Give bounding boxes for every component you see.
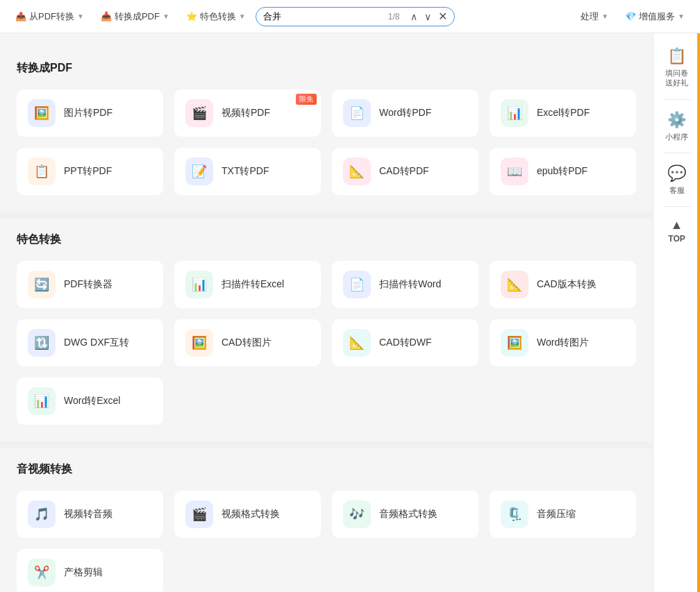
search-input[interactable] xyxy=(263,11,380,22)
sidebar-item-questionnaire[interactable]: 📋 填问卷送好礼 xyxy=(656,42,698,94)
items-grid-convert: 🖼️ 图片转PDF 🎬 视频转PDF 限免 📄 Word转PDF 📊 Excel… xyxy=(17,90,636,195)
item-word-excel[interactable]: 📊 Word转Excel xyxy=(17,378,163,425)
item-label: 扫描件转Excel xyxy=(222,278,284,291)
miniapp-label: 小程序 xyxy=(665,132,688,142)
item-icon: ✂️ xyxy=(28,559,56,586)
chevron-icon2: ▼ xyxy=(162,12,169,20)
process-btn[interactable]: 处理 ▼ xyxy=(574,6,615,27)
item-label: CAD转DWF xyxy=(379,337,431,349)
item-label: Word转图片 xyxy=(537,337,589,349)
item-word-to-pdf[interactable]: 📄 Word转PDF xyxy=(332,90,478,137)
service-label: 客服 xyxy=(669,185,685,195)
item-cad-image[interactable]: 🖼️ CAD转图片 xyxy=(174,319,321,366)
section-title-av: 音视频转换 xyxy=(17,462,636,477)
items-grid-special: 🔄 PDF转换器 📊 扫描件转Excel 📄 扫描件转Word 📐 CAD版本转… xyxy=(17,261,636,425)
item-icon: 🖼️ xyxy=(501,329,528,357)
chevron-icon4: ▼ xyxy=(601,12,608,20)
item-scan-excel[interactable]: 📊 扫描件转Excel xyxy=(174,261,321,308)
item-icon: 🔃 xyxy=(28,329,56,357)
sidebar-divider-1 xyxy=(663,99,691,100)
item-word-image[interactable]: 🖼️ Word转图片 xyxy=(490,319,636,366)
item-icon: 📝 xyxy=(185,158,213,185)
item-icon: 📖 xyxy=(501,158,528,185)
right-sidebar: 📋 填问卷送好礼 ⚙️ 小程序 💬 客服 ▲ TOP xyxy=(653,33,700,592)
item-label: 扫描件转Word xyxy=(379,278,441,291)
search-bar: 1/8 ∧ ∨ ✕ xyxy=(256,7,456,26)
questionnaire-label: 填问卷送好礼 xyxy=(665,68,688,88)
item-icon: 📄 xyxy=(343,99,371,127)
item-label: CAD版本转换 xyxy=(537,278,597,291)
yellow-accent xyxy=(697,33,700,592)
item-icon: 📊 xyxy=(501,99,528,127)
item-cad-dwf[interactable]: 📐 CAD转DWF xyxy=(332,319,478,366)
item-label: PDF转换器 xyxy=(64,278,112,291)
item-label: Word转PDF xyxy=(379,107,431,119)
top-button[interactable]: ▲ TOP xyxy=(656,212,698,249)
item-icon: 📄 xyxy=(343,271,371,298)
item-label: 视频转音频 xyxy=(64,508,112,521)
item-video-audio[interactable]: 🎵 视频转音频 xyxy=(17,491,163,538)
scroll-area[interactable]: 转换成PDF 🖼️ 图片转PDF 🎬 视频转PDF 限免 📄 Word转PDF xyxy=(0,33,653,592)
section-special: 特色转换 🔄 PDF转换器 📊 扫描件转Excel 📄 扫描件转Word 📐 C… xyxy=(17,232,636,425)
special-btn[interactable]: ⭐ 特色转换 ▼ xyxy=(179,6,253,27)
special-label: 特色转换 xyxy=(200,10,236,23)
item-label: DWG DXF互转 xyxy=(64,337,129,349)
miniapp-icon: ⚙️ xyxy=(667,111,686,129)
item-icon: 📋 xyxy=(28,158,56,185)
item-video-to-pdf[interactable]: 🎬 视频转PDF 限免 xyxy=(174,90,321,137)
sidebar-item-miniapp[interactable]: ⚙️ 小程序 xyxy=(656,105,698,147)
item-clip[interactable]: ✂️ 产格剪辑 xyxy=(17,549,163,592)
item-cad-to-pdf[interactable]: 📐 CAD转PDF xyxy=(332,148,478,195)
sidebar-item-service[interactable]: 💬 客服 xyxy=(656,159,698,201)
vip-label: 增值服务 xyxy=(639,10,675,23)
item-txt-to-pdf[interactable]: 📝 TXT转PDF xyxy=(174,148,321,195)
item-epub-to-pdf[interactable]: 📖 epub转PDF xyxy=(490,148,636,195)
to-pdf-label: 转换成PDF xyxy=(115,10,160,23)
to-pdf-btn[interactable]: 📥 转换成PDF ▼ xyxy=(94,6,176,27)
item-label: CAD转PDF xyxy=(379,165,429,178)
sidebar-divider-2 xyxy=(663,153,691,153)
vip-service-btn[interactable]: 💎 增值服务 ▼ xyxy=(618,6,692,27)
item-label: Word转Excel xyxy=(64,395,120,407)
item-icon: 🎶 xyxy=(343,500,371,528)
badge-xianmian: 限免 xyxy=(296,94,317,105)
section-convert-to-pdf: 转换成PDF 🖼️ 图片转PDF 🎬 视频转PDF 限免 📄 Word转PDF xyxy=(17,61,636,195)
item-excel-to-pdf[interactable]: 📊 Excel转PDF xyxy=(490,90,636,137)
sidebar-divider-3 xyxy=(663,206,691,207)
section-title-convert: 转换成PDF xyxy=(17,61,636,76)
from-pdf-btn[interactable]: 📤 从PDF转换 ▼ xyxy=(8,6,91,27)
item-label: Excel转PDF xyxy=(537,107,590,119)
main-content: 转换成PDF 🖼️ 图片转PDF 🎬 视频转PDF 限免 📄 Word转PDF xyxy=(0,33,700,592)
search-close-btn[interactable]: ✕ xyxy=(438,10,447,23)
item-icon: 🔄 xyxy=(28,271,56,298)
item-ppt-to-pdf[interactable]: 📋 PPT转PDF xyxy=(17,148,163,195)
item-label: 音频压缩 xyxy=(537,508,576,521)
item-cad-version[interactable]: 📐 CAD版本转换 xyxy=(490,261,636,308)
items-grid-av: 🎵 视频转音频 🎬 视频格式转换 🎶 音频格式转换 🗜️ 音频压缩 ✂️ xyxy=(17,491,636,592)
item-audio-format[interactable]: 🎶 音频格式转换 xyxy=(332,491,478,538)
item-image-to-pdf[interactable]: 🖼️ 图片转PDF xyxy=(17,90,163,137)
section-divider-2 xyxy=(0,441,653,448)
section-title-special: 特色转换 xyxy=(17,232,636,247)
item-label: 视频格式转换 xyxy=(222,508,280,521)
chevron-icon: ▼ xyxy=(77,12,84,20)
from-pdf-label: 从PDF转换 xyxy=(29,10,74,23)
item-icon: 🖼️ xyxy=(28,99,56,127)
section-audio-video: 音视频转换 🎵 视频转音频 🎬 视频格式转换 🎶 音频格式转换 🗜️ 音频压缩 xyxy=(17,462,636,592)
item-video-format[interactable]: 🎬 视频格式转换 xyxy=(174,491,321,538)
item-icon: 🎵 xyxy=(28,500,56,528)
item-scan-word[interactable]: 📄 扫描件转Word xyxy=(332,261,478,308)
item-audio-compress[interactable]: 🗜️ 音频压缩 xyxy=(490,491,636,538)
item-icon: 📊 xyxy=(28,387,56,415)
service-icon: 💬 xyxy=(667,164,686,183)
item-icon: 🎬 xyxy=(185,99,213,127)
item-icon: 📐 xyxy=(343,158,371,185)
item-icon: 🎬 xyxy=(185,500,213,528)
search-prev-btn[interactable]: ∧ xyxy=(408,10,420,24)
item-label: 视频转PDF xyxy=(222,107,270,119)
search-count: 1/8 xyxy=(384,12,404,22)
item-dwg-dxf[interactable]: 🔃 DWG DXF互转 xyxy=(17,319,163,366)
search-nav: ∧ ∨ xyxy=(408,10,434,24)
search-next-btn[interactable]: ∨ xyxy=(422,10,434,24)
item-pdf-converter[interactable]: 🔄 PDF转换器 xyxy=(17,261,163,308)
